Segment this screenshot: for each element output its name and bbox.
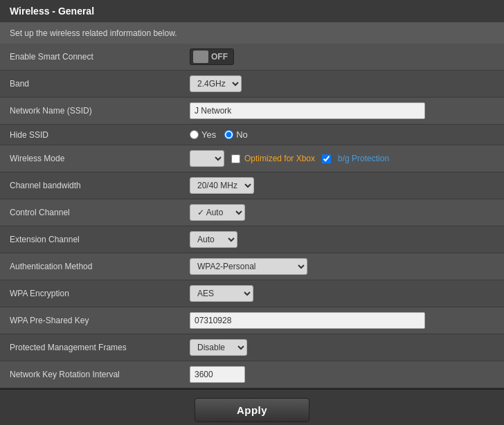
apply-section: Apply [0, 388, 504, 425]
no-label: No [236, 129, 248, 140]
field-label: WPA Pre-Shared Key [0, 307, 180, 334]
field-value [180, 307, 504, 334]
ssid-input[interactable] [190, 102, 425, 119]
field-label: Network Name (SSID) [0, 98, 180, 125]
table-row: Hide SSID Yes No [0, 125, 504, 145]
hide-ssid-yes-radio[interactable] [190, 130, 199, 139]
field-value [180, 98, 504, 125]
toggle-off-label: OFF [211, 52, 231, 62]
smart-connect-toggle[interactable]: OFF [190, 48, 234, 65]
field-value: Yes No [180, 125, 504, 145]
xbox-checkbox-group: Optimized for Xbox [231, 154, 315, 163]
field-value: ✓ Auto 123 456 789 1011 [180, 199, 504, 226]
auth-method-select[interactable]: Open System WPA-Personal WPA2-Personal W… [190, 258, 307, 275]
hide-ssid-no-label[interactable]: No [224, 129, 248, 140]
table-row: Control Channel ✓ Auto 123 456 789 1011 [0, 199, 504, 226]
field-value [180, 361, 504, 388]
field-value: Open System WPA-Personal WPA2-Personal W… [180, 253, 504, 280]
wpa-psk-input[interactable] [190, 312, 425, 329]
key-rotation-input[interactable] [190, 366, 245, 383]
hide-ssid-yes-label[interactable]: Yes [190, 129, 216, 140]
xbox-checkbox[interactable] [231, 154, 240, 163]
field-label: Control Channel [0, 199, 180, 226]
bg-protection-label: b/g Protection [338, 154, 389, 163]
bg-protection-checkbox[interactable] [322, 154, 331, 163]
table-row: Band 2.4GHz 5GHz [0, 71, 504, 98]
table-row: Enable Smart Connect OFF [0, 44, 504, 71]
field-label: Protected Management Frames [0, 334, 180, 361]
apply-button[interactable]: Apply [195, 398, 309, 422]
xbox-label: Optimized for Xbox [244, 154, 315, 163]
table-row: Extension Channel Auto Above Below [0, 226, 504, 253]
field-label: WPA Encryption [0, 280, 180, 307]
settings-form: Enable Smart Connect OFF Band 2.4GHz 5GH… [0, 44, 504, 388]
toggle-knob [193, 51, 208, 63]
extension-channel-select[interactable]: Auto Above Below [190, 231, 237, 248]
field-value: Auto Above Below [180, 226, 504, 253]
table-row: Channel bandwidth 20 MHz 20/40 MHz 40 MH… [0, 172, 504, 199]
wireless-mode-row: Optimized for Xbox b/g Protection [190, 150, 494, 167]
page-title: Wireless - General [0, 0, 504, 23]
field-value: Optimized for Xbox b/g Protection [180, 145, 504, 172]
yes-label: Yes [201, 129, 216, 140]
table-row: Authentication Method Open System WPA-Pe… [0, 253, 504, 280]
field-label: Hide SSID [0, 125, 180, 145]
table-row: WPA Pre-Shared Key [0, 307, 504, 334]
control-channel-select[interactable]: ✓ Auto 123 456 789 1011 [190, 204, 245, 221]
table-row: Protected Management Frames Disable Capa… [0, 334, 504, 361]
field-value: Disable Capable Required [180, 334, 504, 361]
field-label: Network Key Rotation Interval [0, 361, 180, 388]
field-value: 2.4GHz 5GHz [180, 71, 504, 98]
subtitle: Set up the wireless related information … [0, 23, 504, 44]
hide-ssid-radio-group: Yes No [190, 129, 494, 140]
table-row: Network Key Rotation Interval [0, 361, 504, 388]
wireless-mode-select[interactable] [190, 150, 224, 167]
field-label: Channel bandwidth [0, 172, 180, 199]
table-row: Wireless Mode Optimized for Xbox b/g Pro… [0, 145, 504, 172]
field-label: Band [0, 71, 180, 98]
pmf-select[interactable]: Disable Capable Required [190, 339, 247, 356]
band-select[interactable]: 2.4GHz 5GHz [190, 75, 242, 92]
field-label: Wireless Mode [0, 145, 180, 172]
page-wrapper: Wireless - General Set up the wireless r… [0, 0, 504, 425]
table-row: Network Name (SSID) [0, 98, 504, 125]
field-value: 20 MHz 20/40 MHz 40 MHz [180, 172, 504, 199]
channel-bandwidth-select[interactable]: 20 MHz 20/40 MHz 40 MHz [190, 177, 254, 194]
field-value: OFF [180, 44, 504, 71]
field-value: AES TKIP TKIP+AES [180, 280, 504, 307]
hide-ssid-no-radio[interactable] [224, 130, 233, 139]
field-label: Enable Smart Connect [0, 44, 180, 71]
field-label: Authentication Method [0, 253, 180, 280]
field-label: Extension Channel [0, 226, 180, 253]
wpa-encryption-select[interactable]: AES TKIP TKIP+AES [190, 285, 253, 302]
table-row: WPA Encryption AES TKIP TKIP+AES [0, 280, 504, 307]
